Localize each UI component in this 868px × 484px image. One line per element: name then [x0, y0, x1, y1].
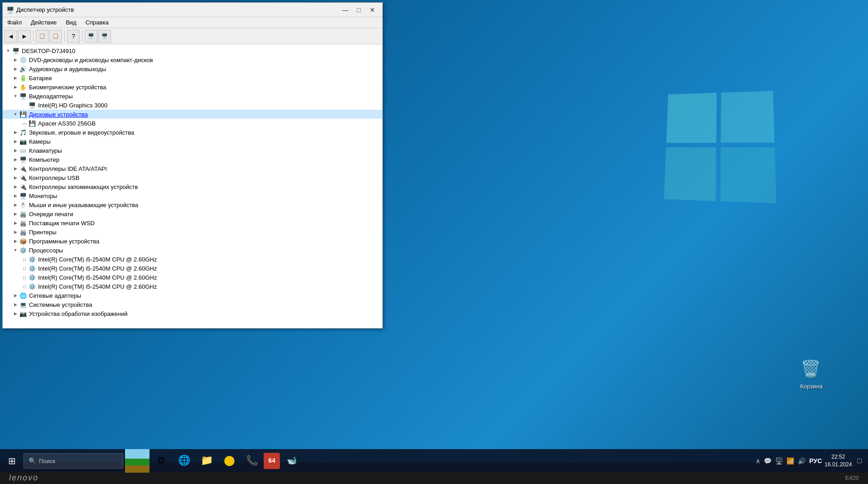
minimize-button[interactable]: — [339, 5, 352, 15]
clock[interactable]: 22:52 16.01.2024 [825, 453, 852, 469]
tree-item-battery[interactable]: ▶ 🔋 Батареи [3, 73, 382, 82]
tree-root[interactable]: ▼ 🖥️ DESKTOP-D7J4910 [3, 46, 382, 55]
systray-volume[interactable]: 🔊 [797, 456, 806, 465]
tree-item-apacer[interactable]: — 💾 Apacer AS350 256GB [3, 119, 382, 128]
biometric-expander[interactable]: ▶ [12, 83, 19, 91]
search-box[interactable]: 🔍 Поиск [24, 453, 123, 469]
taskbar-app-blue[interactable]: 🐋 [281, 450, 303, 472]
titlebar: 🖥️ Диспетчер устройств — □ ✕ [3, 3, 382, 17]
win-logo-bl [664, 147, 716, 201]
biometric-label: Биометрические устройства [29, 84, 106, 91]
taskbar-app-viber[interactable]: 📞 [241, 450, 263, 472]
taskbar-app-explorer[interactable]: 📁 [196, 450, 217, 472]
tree-item-storage[interactable]: ▶ 🔌 Контроллеры запоминающих устройств [3, 182, 382, 191]
menu-help[interactable]: Справка [81, 17, 113, 28]
monitors-expander[interactable]: ▶ [12, 192, 19, 199]
taskbar-app-wallpaper[interactable] [125, 449, 149, 473]
camera-label: Камеры [29, 138, 51, 145]
tree-item-cpu3[interactable]: □ ⚙️ Intel(R) Core(TM) i5-2540M CPU @ 2.… [3, 273, 382, 282]
tree-item-cpu1[interactable]: □ ⚙️ Intel(R) Core(TM) i5-2540M CPU @ 2.… [3, 255, 382, 264]
notification-button[interactable]: □ [854, 456, 864, 466]
network-expander[interactable]: ▶ [12, 292, 19, 299]
menu-file[interactable]: Файл [3, 17, 26, 28]
cpu3-label: Intel(R) Core(TM) i5-2540M CPU @ 2.60GHz [38, 274, 157, 281]
tree-item-cpu2[interactable]: □ ⚙️ Intel(R) Core(TM) i5-2540M CPU @ 2.… [3, 264, 382, 273]
tree-item-camera[interactable]: ▶ 📷 Камеры [3, 137, 382, 146]
taskbar-app-64[interactable]: 64 [264, 453, 280, 469]
usb-expander[interactable]: ▶ [12, 174, 19, 181]
taskbar-app-edge[interactable]: 🌐 [173, 450, 195, 472]
tree-item-print-wsd[interactable]: ▶ 🖨️ Поставщик печати WSD [3, 218, 382, 227]
software-expander[interactable]: ▶ [12, 237, 19, 245]
language-indicator[interactable]: РУС [809, 457, 822, 465]
battery-expander[interactable]: ▶ [12, 74, 19, 82]
systray-message[interactable]: 💬 [763, 456, 772, 465]
computer-icon: 🖥️ [19, 156, 27, 163]
toolbar-btn-7[interactable]: 🖥️ [98, 30, 111, 43]
menu-view[interactable]: Вид [61, 17, 81, 28]
tree-item-biometric[interactable]: ▶ ✋ Биометрические устройства [3, 82, 382, 92]
tree-item-keyboard[interactable]: ▶ ⌨️ Клавиатуры [3, 146, 382, 155]
imaging-expander[interactable]: ▶ [12, 310, 19, 317]
audio-expander[interactable]: ▶ [12, 65, 19, 73]
systray-display[interactable]: 🖥️ [774, 456, 784, 465]
ide-expander[interactable]: ▶ [12, 165, 19, 172]
tree-item-intel-hd[interactable]: 🖥️ Intel(R) HD Graphics 3000 [3, 101, 382, 110]
camera-expander[interactable]: ▶ [12, 138, 19, 145]
tree-item-cpu4[interactable]: □ ⚙️ Intel(R) Core(TM) i5-2540M CPU @ 2.… [3, 282, 382, 291]
root-expander[interactable]: ▼ [5, 47, 12, 54]
storage-icon: 🔌 [19, 183, 27, 190]
tree-item-printers[interactable]: ▶ 🖨️ Принтеры [3, 227, 382, 237]
close-button[interactable]: ✕ [366, 5, 379, 15]
help-button[interactable]: ? [67, 30, 80, 43]
recycle-bin[interactable]: 🗑️ Корзина [800, 359, 823, 390]
systray-chevron[interactable]: ∧ [755, 456, 761, 465]
tree-item-ide[interactable]: ▶ 🔌 Контроллеры IDE ATA/ATAPI [3, 164, 382, 173]
taskbar-app-chrome[interactable]: ⬤ [218, 450, 240, 472]
tree-content[interactable]: ▼ 🖥️ DESKTOP-D7J4910 ▶ 💿 DVD-дисководы и… [3, 44, 382, 328]
keyboard-expander[interactable]: ▶ [12, 147, 19, 154]
sound-expander[interactable]: ▶ [12, 129, 19, 136]
tree-item-mouse[interactable]: ▶ 🖱️ Мыши и иные указывающие устройства [3, 200, 382, 209]
tree-item-print-queue[interactable]: ▶ 🖨️ Очереди печати [3, 209, 382, 218]
tree-item-software[interactable]: ▶ 📦 Программные устройства [3, 237, 382, 246]
start-button[interactable]: ⊞ [0, 449, 24, 473]
tree-item-dvd[interactable]: ▶ 💿 DVD-дисководы и дисководы компакт-ди… [3, 55, 382, 64]
forward-button[interactable]: ► [18, 30, 31, 43]
tree-item-system[interactable]: ▶ 💻 Системные устройства [3, 300, 382, 309]
printers-expander[interactable]: ▶ [12, 228, 19, 236]
cpu4-icon: ⚙️ [28, 283, 36, 290]
processors-label: Процессоры [29, 247, 63, 254]
system-expander[interactable]: ▶ [12, 301, 19, 308]
printwsd-expander[interactable]: ▶ [12, 219, 19, 227]
tree-item-computer[interactable]: ▶ 🖥️ Компьютер [3, 155, 382, 164]
toolbar-btn-3[interactable]: 📋 [36, 30, 48, 43]
taskbar-app-taskview[interactable]: ⧉ [150, 450, 172, 472]
printq-expander[interactable]: ▶ [12, 210, 19, 218]
storage-expander[interactable]: ▶ [12, 183, 19, 190]
dvd-expander[interactable]: ▶ [12, 56, 19, 63]
tree-item-network[interactable]: ▶ 🌐 Сетевые адаптеры [3, 291, 382, 300]
tree-item-video[interactable]: ▼ 🖥️ Видеоадаптеры [3, 92, 382, 101]
computer-expander[interactable]: ▶ [12, 156, 19, 163]
tree-item-processors[interactable]: ▼ ⚙️ Процессоры [3, 246, 382, 255]
back-button[interactable]: ◄ [5, 30, 17, 43]
systray-network[interactable]: 📶 [786, 456, 795, 465]
tree-item-usb[interactable]: ▶ 🔌 Контроллеры USB [3, 173, 382, 182]
maximize-button[interactable]: □ [352, 5, 365, 15]
tree-item-disk[interactable]: ▼ 💾 Дисковые устройства [3, 110, 382, 119]
tree-item-monitors[interactable]: ▶ 🖥️ Мониторы [3, 191, 382, 200]
toolbar-btn-6[interactable]: 🖥️ [85, 30, 97, 43]
printers-label: Принтеры [29, 229, 57, 236]
mouse-expander[interactable]: ▶ [12, 201, 19, 208]
menu-action[interactable]: Действие [26, 17, 61, 28]
cpu3-icon: ⚙️ [28, 274, 36, 281]
toolbar-btn-4[interactable]: 📋 [49, 30, 62, 43]
tree-item-imaging[interactable]: ▶ 📷 Устройства обработки изображений [3, 309, 382, 318]
processors-expander[interactable]: ▼ [12, 247, 19, 254]
video-expander[interactable]: ▼ [12, 92, 19, 100]
tree-item-audio[interactable]: ▶ 🔊 Аудиовходы и аудиовыходы [3, 64, 382, 73]
tree-item-sound[interactable]: ▶ 🎵 Звуковые, игровые и видеоустройства [3, 128, 382, 137]
disk-expander[interactable]: ▼ [12, 111, 19, 118]
monitors-icon: 🖥️ [19, 192, 27, 199]
